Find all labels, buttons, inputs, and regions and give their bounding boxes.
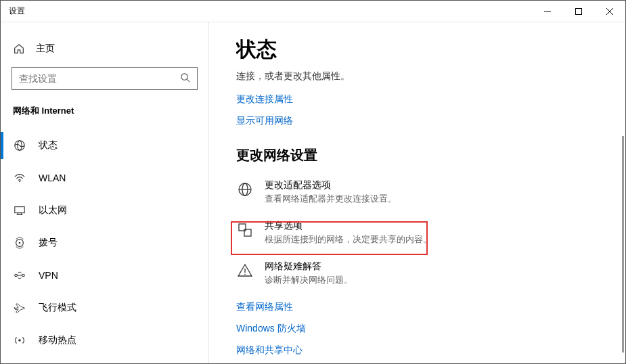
- svg-point-17: [18, 339, 21, 342]
- sidebar-item-label: 以太网: [39, 204, 67, 217]
- search-input[interactable]: [19, 73, 180, 84]
- sidebar-item-dialup[interactable]: 拨号: [1, 227, 208, 259]
- svg-point-15: [22, 274, 25, 277]
- wifi-icon: [13, 171, 26, 185]
- sidebar-item-label: 状态: [39, 139, 58, 152]
- svg-point-4: [181, 73, 187, 79]
- svg-point-14: [15, 274, 18, 277]
- titlebar: 设置: [1, 1, 625, 22]
- link-view-network-props[interactable]: 查看网络属性: [236, 301, 625, 313]
- maximize-button[interactable]: [563, 1, 594, 22]
- link-show-networks[interactable]: 显示可用网络: [236, 115, 625, 127]
- svg-point-24: [244, 274, 246, 275]
- minimize-button[interactable]: [532, 1, 563, 22]
- close-icon: [606, 8, 613, 15]
- minimize-icon: [544, 8, 551, 15]
- warning-icon: [236, 262, 254, 279]
- sidebar: 主页 网络和 Internet 状态 WLAN: [1, 22, 209, 363]
- home-icon: [13, 43, 25, 55]
- airplane-icon: [13, 301, 26, 315]
- svg-point-13: [19, 242, 21, 244]
- setting-troubleshoot[interactable]: 网络疑难解答 诊断并解决网络问题。: [236, 260, 575, 286]
- link-sharing-center[interactable]: 网络和共享中心: [236, 344, 625, 357]
- dialup-icon: [13, 236, 26, 250]
- sidebar-item-airplane[interactable]: 飞行模式: [1, 292, 208, 324]
- svg-point-8: [19, 181, 20, 183]
- sidebar-item-label: 拨号: [39, 237, 58, 249]
- sidebar-item-label: VPN: [39, 270, 58, 281]
- setting-desc: 诊断并解决网络问题。: [265, 274, 353, 286]
- sidebar-item-label: 移动热点: [39, 334, 76, 346]
- sidebar-item-status[interactable]: 状态: [1, 129, 208, 162]
- setting-sharing-options[interactable]: 共享选项 根据所连接到的网络，决定要共享的内容。: [236, 220, 575, 246]
- sidebar-item-ethernet[interactable]: 以太网: [1, 194, 208, 227]
- window-controls: [532, 1, 625, 22]
- window-title: 设置: [1, 5, 532, 17]
- page-title: 状态: [236, 36, 625, 64]
- setting-title: 共享选项: [265, 220, 432, 232]
- vpn-icon: [13, 269, 26, 282]
- sidebar-item-label: WLAN: [39, 173, 66, 183]
- sidebar-section-header: 网络和 Internet: [1, 90, 208, 124]
- setting-adapter-options[interactable]: 更改适配器选项 查看网络适配器并更改连接设置。: [236, 179, 575, 205]
- page-subtitle: 连接，或者更改其他属性。: [236, 70, 625, 83]
- scrollbar[interactable]: [622, 136, 624, 352]
- main-content: 状态 连接，或者更改其他属性。 更改连接属性 显示可用网络 更改网络设置 更改适…: [209, 22, 625, 363]
- svg-rect-9: [15, 207, 24, 213]
- sidebar-item-wlan[interactable]: WLAN: [1, 162, 208, 194]
- ethernet-icon: [13, 204, 26, 217]
- globe-icon: [236, 181, 254, 198]
- setting-title: 网络疑难解答: [265, 260, 353, 273]
- home-label: 主页: [36, 43, 55, 55]
- setting-desc: 根据所连接到的网络，决定要共享的内容。: [265, 233, 432, 246]
- maximize-icon: [575, 8, 582, 15]
- setting-desc: 查看网络适配器并更改连接设置。: [265, 193, 397, 205]
- nav-list: 状态 WLAN 以太网 拨号: [1, 129, 208, 357]
- home-button[interactable]: 主页: [1, 36, 208, 62]
- sidebar-item-label: 飞行模式: [39, 302, 76, 314]
- sidebar-item-vpn[interactable]: VPN: [1, 259, 208, 292]
- search-box[interactable]: [12, 67, 198, 90]
- svg-rect-1: [576, 8, 582, 14]
- close-button[interactable]: [594, 1, 625, 22]
- search-icon: [180, 72, 190, 85]
- link-windows-firewall[interactable]: Windows 防火墙: [236, 323, 625, 335]
- hotspot-icon: [13, 334, 26, 347]
- svg-line-5: [187, 79, 189, 82]
- sharing-icon: [236, 221, 254, 239]
- link-change-connection-props[interactable]: 更改连接属性: [236, 93, 625, 106]
- section-title: 更改网络设置: [236, 146, 625, 164]
- status-icon: [13, 139, 26, 152]
- setting-title: 更改适配器选项: [265, 179, 397, 191]
- sidebar-item-hotspot[interactable]: 移动热点: [1, 324, 208, 357]
